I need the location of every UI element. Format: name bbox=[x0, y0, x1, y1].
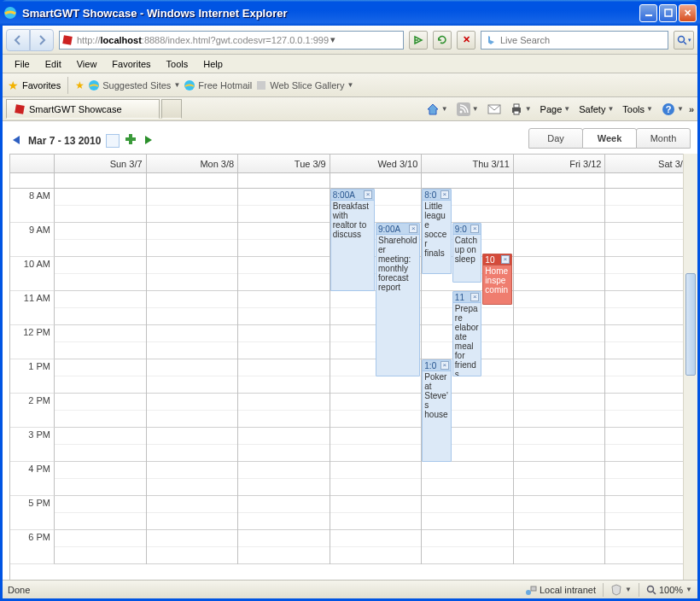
time-slot[interactable] bbox=[422, 479, 513, 496]
time-slot[interactable] bbox=[55, 206, 146, 223]
calendar-event[interactable]: 11×Prepare elaborate meal for friends bbox=[452, 291, 482, 376]
time-slot[interactable] bbox=[55, 496, 146, 513]
time-slot[interactable] bbox=[147, 445, 238, 462]
time-slot[interactable] bbox=[514, 359, 605, 376]
time-slot[interactable] bbox=[147, 376, 238, 394]
time-slot[interactable] bbox=[147, 359, 238, 376]
time-slot[interactable] bbox=[514, 428, 605, 445]
day-header-2[interactable]: Tue 3/9 bbox=[238, 155, 330, 172]
allday-cell[interactable] bbox=[422, 173, 514, 188]
time-slot[interactable] bbox=[55, 530, 146, 547]
time-slot[interactable] bbox=[55, 376, 146, 394]
time-slot[interactable] bbox=[55, 359, 146, 376]
time-slot[interactable] bbox=[238, 274, 330, 291]
time-slot[interactable] bbox=[147, 530, 238, 547]
time-slot[interactable] bbox=[147, 240, 238, 257]
time-slot[interactable] bbox=[514, 376, 605, 394]
day-header-1[interactable]: Mon 3/8 bbox=[147, 155, 239, 172]
time-slot[interactable] bbox=[55, 479, 146, 496]
time-slot[interactable] bbox=[514, 223, 605, 240]
day-header-5[interactable]: Fri 3/12 bbox=[514, 155, 606, 172]
favorites-label[interactable]: Favorites bbox=[22, 80, 61, 90]
tab-month[interactable]: Month bbox=[636, 128, 691, 149]
time-slot[interactable] bbox=[422, 513, 513, 530]
suggested-sites-link[interactable]: Suggested Sites▼ bbox=[88, 79, 180, 91]
time-slot[interactable] bbox=[238, 257, 330, 274]
time-slot[interactable] bbox=[147, 342, 238, 359]
free-hotmail-link[interactable]: Free Hotmail bbox=[184, 79, 252, 91]
event-close-icon[interactable]: × bbox=[409, 225, 417, 233]
time-slot[interactable] bbox=[55, 274, 146, 291]
back-button[interactable] bbox=[6, 29, 30, 51]
forward-button[interactable] bbox=[30, 29, 54, 51]
time-slot[interactable] bbox=[55, 342, 146, 359]
event-close-icon[interactable]: × bbox=[501, 255, 510, 264]
time-slot[interactable] bbox=[147, 189, 238, 206]
search-input[interactable] bbox=[500, 35, 664, 45]
protected-mode[interactable]: ▼ bbox=[610, 584, 632, 596]
time-slot[interactable] bbox=[514, 394, 605, 411]
add-event-button[interactable] bbox=[125, 133, 137, 149]
allday-cell[interactable] bbox=[238, 173, 330, 188]
overflow-button[interactable]: » bbox=[689, 104, 694, 114]
time-slot[interactable] bbox=[147, 513, 238, 530]
time-slot[interactable] bbox=[55, 291, 146, 308]
event-close-icon[interactable]: × bbox=[440, 361, 449, 370]
time-slot[interactable] bbox=[55, 513, 146, 530]
time-slot[interactable] bbox=[330, 513, 422, 530]
time-slot[interactable] bbox=[330, 530, 422, 547]
time-slot[interactable] bbox=[514, 189, 605, 206]
day-header-0[interactable]: Sun 3/7 bbox=[55, 155, 147, 172]
time-slot[interactable] bbox=[147, 428, 238, 445]
time-slot[interactable] bbox=[55, 445, 146, 462]
calendar-event[interactable]: 10×Home inspe comin bbox=[482, 254, 512, 305]
time-slot[interactable] bbox=[514, 257, 605, 274]
prev-button[interactable] bbox=[9, 134, 23, 149]
mail-button[interactable] bbox=[484, 104, 505, 114]
tab-day[interactable]: Day bbox=[528, 128, 583, 149]
menu-help[interactable]: Help bbox=[196, 57, 230, 71]
time-slot[interactable] bbox=[514, 445, 605, 462]
calendar-event[interactable]: 1:0×Poker at Steve's house bbox=[422, 359, 452, 462]
time-slot[interactable] bbox=[147, 291, 238, 308]
date-picker-button[interactable] bbox=[106, 134, 120, 148]
time-slot[interactable] bbox=[238, 479, 330, 496]
time-slot[interactable] bbox=[514, 342, 605, 359]
time-slot[interactable] bbox=[55, 240, 146, 257]
time-slot[interactable] bbox=[147, 411, 238, 428]
time-slot[interactable] bbox=[147, 547, 238, 564]
day-header-4[interactable]: Thu 3/11 bbox=[422, 155, 514, 172]
time-slot[interactable] bbox=[514, 462, 605, 479]
favorites-star-icon[interactable]: ★ bbox=[8, 79, 19, 92]
time-slot[interactable] bbox=[422, 530, 513, 547]
allday-cell[interactable] bbox=[147, 173, 239, 188]
web-slice-link[interactable]: Web Slice Gallery▼ bbox=[255, 79, 353, 91]
vertical-scrollbar[interactable] bbox=[683, 154, 697, 580]
time-slot[interactable] bbox=[514, 411, 605, 428]
time-slot[interactable] bbox=[514, 240, 605, 257]
event-close-icon[interactable]: × bbox=[364, 190, 372, 199]
time-slot[interactable] bbox=[55, 547, 146, 564]
time-slot[interactable] bbox=[147, 223, 238, 240]
time-slot[interactable] bbox=[238, 462, 330, 479]
time-slot[interactable] bbox=[55, 325, 146, 342]
time-slot[interactable] bbox=[147, 394, 238, 411]
add-favorite-icon[interactable]: ★ bbox=[75, 79, 85, 91]
time-slot[interactable] bbox=[514, 206, 605, 223]
page-menu[interactable]: Page ▼ bbox=[537, 104, 575, 114]
event-close-icon[interactable]: × bbox=[470, 225, 479, 233]
time-slot[interactable] bbox=[238, 445, 330, 462]
time-slot[interactable] bbox=[330, 462, 422, 479]
time-slot[interactable] bbox=[238, 428, 330, 445]
safety-menu[interactable]: Safety ▼ bbox=[575, 104, 617, 114]
zoom-control[interactable]: 100% ▼ bbox=[646, 585, 692, 595]
time-slot[interactable] bbox=[514, 274, 605, 291]
time-slot[interactable] bbox=[514, 308, 605, 325]
maximize-button[interactable] bbox=[659, 4, 677, 22]
calendar-event[interactable]: 8:0×Little league soccer finals bbox=[422, 189, 452, 274]
time-slot[interactable] bbox=[238, 223, 330, 240]
minimize-button[interactable] bbox=[639, 4, 657, 22]
time-slot[interactable] bbox=[238, 359, 330, 376]
time-slot[interactable] bbox=[147, 462, 238, 479]
time-slot[interactable] bbox=[514, 496, 605, 513]
